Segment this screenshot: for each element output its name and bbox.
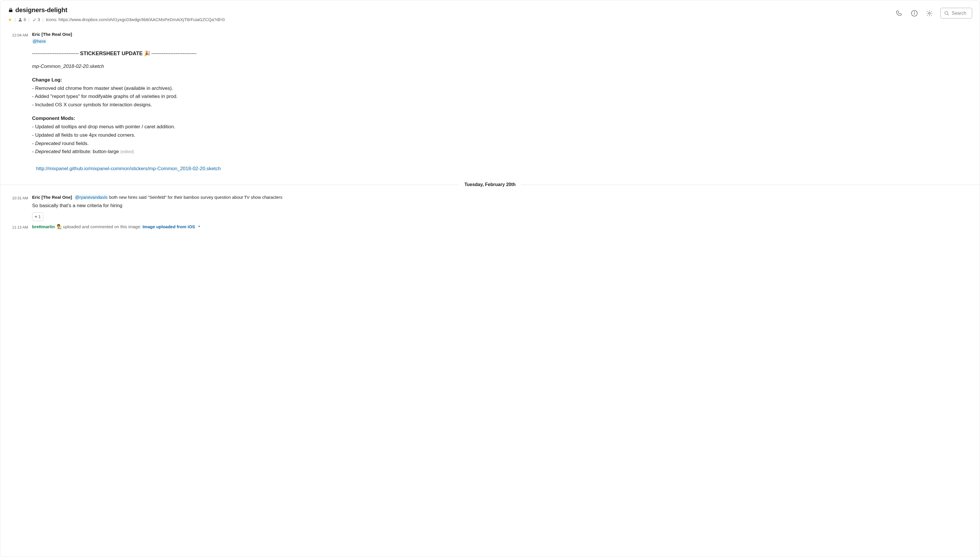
info-icon[interactable] — [910, 9, 918, 17]
svg-point-4 — [945, 11, 948, 15]
search-icon — [944, 11, 949, 16]
message-text: So basically that's a new criteria for h… — [32, 202, 972, 210]
stickersheet-banner: --------------------------- STICKERSHEET… — [32, 50, 972, 57]
meta-separator: | — [28, 16, 29, 23]
changelog-item: - Added "report types" for modifyable gr… — [32, 93, 972, 100]
message-author[interactable]: brettmarlin — [32, 224, 55, 229]
pin-count-value: 3 — [38, 16, 40, 23]
message-author[interactable]: Eric [The Real One] — [32, 32, 72, 37]
message-author[interactable]: Eric [The Real One] — [32, 195, 72, 200]
message-text: both new hires said "Seinfeld" for their… — [108, 195, 283, 200]
date-divider-label: Tuesday, February 20th — [459, 182, 521, 187]
message: 10:31 AM Eric [The Real One] @ryanevanda… — [0, 193, 980, 222]
party-popper-icon: 🎉 — [144, 50, 150, 57]
svg-point-3 — [929, 12, 930, 14]
uploaded-file-link[interactable]: Image uploaded from iOS — [142, 224, 195, 229]
component-mod-item: - Deprecated field attribute: button-lar… — [32, 148, 972, 155]
component-mod-item: - Updated all fields to use 4px rounded … — [32, 132, 972, 139]
mention-user[interactable]: @ryanevandavis — [75, 195, 108, 200]
component-mods-heading: Component Mods: — [32, 115, 972, 122]
changelog-item: - Removed old chrome from master sheet (… — [32, 85, 972, 92]
search-input[interactable]: Search — [941, 8, 972, 18]
component-mod-item: - Deprecated round fields. — [32, 140, 972, 147]
sketch-filename: mp-Common_2018-02-20.sketch — [32, 63, 972, 70]
component-mod-item: - Updated all tooltips and drop menus wi… — [32, 123, 972, 130]
message-list: 12:04 AM Eric [The Real One] @here -----… — [0, 26, 980, 557]
svg-line-5 — [947, 14, 949, 15]
changelog-item: - Included OS X cursor symbols for inter… — [32, 101, 972, 109]
upload-text: uploaded and commented on this image: — [63, 224, 142, 229]
message-timestamp: 12:04 AM — [12, 33, 28, 37]
pin-count[interactable]: 3 — [32, 16, 40, 23]
pin-icon — [32, 17, 36, 22]
svg-point-2 — [914, 11, 915, 12]
member-count-value: 6 — [24, 16, 26, 23]
meta-separator: | — [15, 16, 16, 23]
message-timestamp: 11:13 AM — [12, 225, 28, 230]
message: 11:13 AM brettmarlin 👨‍🎨 uploaded and co… — [0, 222, 980, 231]
message-timestamp: 10:31 AM — [12, 196, 28, 200]
mention-here[interactable]: @here — [32, 39, 46, 44]
meta-separator: | — [42, 16, 44, 23]
channel-name[interactable]: designers-delight — [15, 5, 67, 15]
star-icon[interactable]: ★ — [8, 17, 12, 22]
gear-icon[interactable] — [925, 9, 933, 17]
sketch-download-link[interactable]: http://mixpanel.github.io/mixpanel-commo… — [36, 166, 221, 171]
plus-icon: + — [35, 213, 37, 220]
changelog-heading: Change Log: — [32, 77, 972, 84]
lock-icon — [8, 7, 13, 13]
message: 12:04 AM Eric [The Real One] @here -----… — [0, 30, 980, 174]
chevron-down-icon[interactable] — [198, 224, 201, 230]
search-placeholder: Search — [952, 10, 967, 16]
artist-emoji-icon: 👨‍🎨 — [56, 224, 62, 229]
channel-topic[interactable]: Icons: https://www.dropbox.com/sh/i1yxgc… — [46, 16, 225, 23]
edited-label: (edited) — [120, 149, 134, 154]
reaction-count: 1 — [38, 213, 41, 220]
person-icon — [18, 17, 23, 22]
channel-header: designers-delight ★ | 6 | 3 — [0, 0, 980, 26]
add-reaction-button[interactable]: + 1 — [32, 212, 43, 221]
member-count[interactable]: 6 — [18, 16, 26, 23]
date-divider: Tuesday, February 20th — [0, 181, 980, 188]
phone-icon[interactable] — [895, 9, 903, 17]
